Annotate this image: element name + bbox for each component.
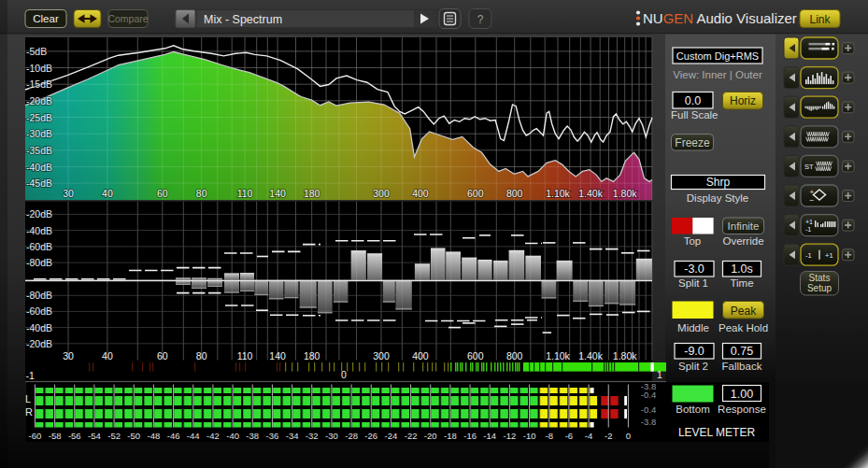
svg-text:Split 2: Split 2 [678, 361, 708, 372]
svg-text:600: 600 [467, 188, 484, 199]
svg-text:L: L [25, 393, 31, 404]
svg-text:800: 800 [506, 188, 523, 199]
svg-text:NUGEN Audio Visualizer: NUGEN Audio Visualizer [643, 10, 797, 26]
svg-text:Stats: Stats [809, 273, 831, 283]
svg-text:-54: -54 [88, 431, 101, 441]
svg-text:800: 800 [506, 350, 523, 362]
svg-text:Compare: Compare [107, 13, 148, 24]
svg-text:Response: Response [718, 404, 766, 415]
svg-text:-4: -4 [585, 431, 592, 441]
svg-text:Horiz: Horiz [730, 94, 756, 107]
svg-text:400: 400 [412, 350, 429, 362]
svg-text:-0.4: -0.4 [641, 404, 656, 415]
svg-text:-60: -60 [29, 431, 42, 441]
svg-text:Peak: Peak [731, 305, 757, 318]
svg-text:Freeze: Freeze [675, 136, 710, 149]
svg-text:Setup: Setup [807, 283, 832, 293]
svg-text:1.0s: 1.0s [731, 262, 753, 276]
svg-text:Shrp: Shrp [706, 176, 731, 189]
svg-text:1.00: 1.00 [731, 388, 753, 401]
svg-text:+1: +1 [805, 219, 813, 225]
svg-text:-40dB: -40dB [26, 322, 52, 333]
svg-text:Display Style: Display Style [687, 192, 748, 204]
svg-text:110: 110 [237, 350, 253, 362]
svg-text:-6: -6 [565, 431, 573, 441]
svg-text:-52: -52 [107, 431, 121, 441]
svg-text:-36: -36 [266, 431, 279, 441]
svg-text:-34: -34 [286, 431, 299, 441]
svg-text:LEVEL METER: LEVEL METER [678, 426, 756, 439]
svg-text:-30: -30 [325, 431, 338, 441]
svg-text:-12: -12 [504, 431, 517, 441]
svg-text:1.10k: 1.10k [546, 350, 570, 362]
svg-text:-48: -48 [148, 431, 161, 441]
svg-text:-20: -20 [424, 431, 437, 441]
svg-text:-10: -10 [523, 431, 536, 441]
svg-text:-80dB: -80dB [26, 257, 52, 268]
svg-text:-42: -42 [206, 431, 220, 441]
svg-text:30: 30 [63, 350, 74, 362]
svg-text:+: + [810, 188, 815, 196]
svg-text:-5dB: -5dB [26, 46, 47, 57]
svg-text:+1: +1 [825, 251, 833, 260]
svg-text:Custom Dig+RMS: Custom Dig+RMS [676, 50, 759, 62]
svg-text:Link: Link [809, 13, 831, 26]
svg-text:1.80k: 1.80k [613, 350, 637, 362]
svg-text:400: 400 [412, 188, 429, 199]
svg-text:Top: Top [684, 235, 702, 247]
svg-text:-20dB: -20dB [26, 95, 52, 106]
svg-text:60: 60 [157, 188, 168, 199]
svg-text:-80dB: -80dB [26, 290, 52, 301]
svg-text:-44: -44 [187, 431, 200, 441]
svg-text:Split 1: Split 1 [678, 277, 708, 289]
svg-text:140: 140 [269, 350, 286, 362]
svg-text:-56: -56 [68, 431, 81, 441]
svg-text:Bottom: Bottom [676, 404, 709, 415]
svg-text:-2: -2 [605, 431, 612, 441]
svg-text:1.40k: 1.40k [578, 188, 603, 199]
svg-text:-1: -1 [26, 370, 35, 381]
svg-text:-35dB: -35dB [26, 145, 52, 156]
svg-text:1.80k: 1.80k [613, 188, 637, 199]
svg-text:-30dB: -30dB [26, 128, 52, 139]
svg-text:-60dB: -60dB [26, 305, 52, 317]
svg-text:Fallback: Fallback [722, 361, 762, 372]
svg-text:140: 140 [269, 188, 286, 199]
svg-text:ST: ST [804, 163, 814, 171]
svg-text:-38: -38 [246, 431, 259, 441]
svg-text:-58: -58 [49, 431, 62, 441]
svg-text:-15dB: -15dB [26, 78, 52, 90]
svg-text:R: R [25, 406, 33, 418]
svg-text:-20dB: -20dB [26, 338, 52, 349]
svg-text:-45dB: -45dB [26, 177, 52, 189]
svg-text:-20dB: -20dB [26, 208, 52, 220]
svg-text:0: 0 [341, 369, 347, 380]
svg-text:-10dB: -10dB [26, 63, 52, 74]
svg-text:-18: -18 [444, 431, 457, 441]
svg-text:80: 80 [196, 188, 207, 199]
svg-text:Time: Time [730, 277, 753, 289]
svg-text:180: 180 [304, 188, 320, 199]
svg-text:80: 80 [196, 350, 207, 362]
svg-text:-1: -1 [805, 226, 811, 233]
svg-text:-60dB: -60dB [26, 241, 52, 252]
svg-text:300: 300 [373, 188, 390, 199]
svg-text:-28: -28 [345, 431, 358, 441]
svg-text:-14: -14 [483, 431, 496, 441]
svg-text:0.0: 0.0 [685, 94, 701, 107]
svg-text:600: 600 [467, 350, 484, 362]
svg-text:-32: -32 [306, 431, 319, 441]
svg-text:0: 0 [626, 431, 631, 441]
svg-text:Clear: Clear [33, 13, 59, 24]
svg-text:-16: -16 [463, 431, 477, 441]
svg-text:-0.4: -0.4 [641, 390, 656, 400]
svg-text:30: 30 [63, 188, 74, 199]
svg-text:-46: -46 [167, 431, 180, 441]
svg-text:Infinite: Infinite [728, 220, 760, 232]
svg-text:1.40k: 1.40k [578, 350, 603, 362]
svg-text:Override: Override [722, 235, 763, 247]
svg-text:0.75: 0.75 [731, 345, 753, 358]
svg-text:-40dB: -40dB [26, 225, 52, 236]
svg-text:-9.0: -9.0 [684, 345, 704, 358]
svg-text:-3.8: -3.8 [641, 417, 656, 427]
